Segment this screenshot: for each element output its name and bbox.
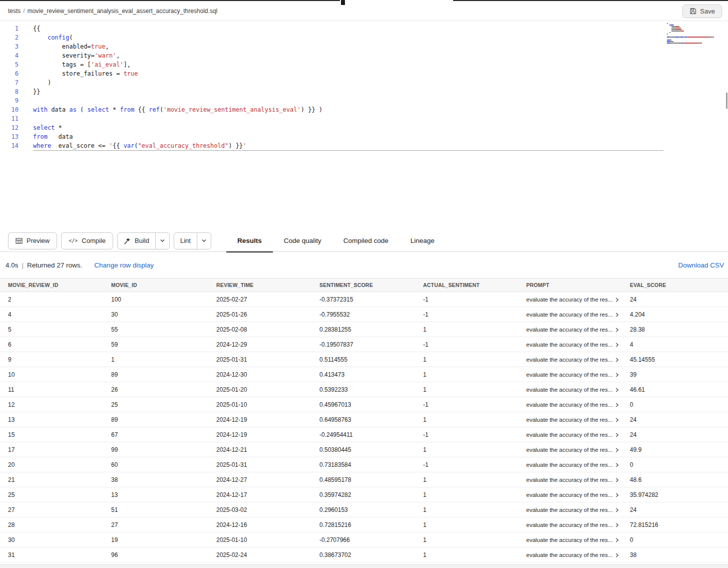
table-row[interactable]: 11262025-01-200.53922331evaluate the acc… (0, 382, 728, 397)
expand-prompt-icon[interactable] (615, 491, 619, 498)
code-line[interactable]: store_failures = true (33, 69, 728, 78)
code-line[interactable]: ) (33, 78, 728, 87)
expand-prompt-icon[interactable] (615, 386, 619, 393)
table-cell: 0.48595178 (311, 472, 415, 487)
action-toolbar: Preview </> Compile Build (0, 230, 728, 252)
toolbar-buttons: Preview </> Compile Build (8, 232, 211, 249)
tab-code-quality[interactable]: Code quality (273, 230, 332, 252)
line-number: 7 (0, 78, 19, 87)
code-line[interactable]: severity='warn', (33, 51, 728, 60)
table-row[interactable]: 17992024-12-210.503804451evaluate the ac… (0, 442, 728, 457)
results-tabs: ResultsCode qualityCompiled codeLineage (226, 230, 446, 252)
editor-scrollbar[interactable] (726, 93, 727, 109)
line-number: 1 (0, 24, 19, 33)
table-cell: 2024-12-16 (208, 517, 311, 532)
table-cell: 1 (415, 367, 518, 382)
table-row[interactable]: 12252025-01-100.45967013-1evaluate the a… (0, 397, 728, 412)
code-line[interactable]: enabled=true, (33, 42, 728, 51)
code-line[interactable] (33, 96, 728, 105)
code-line[interactable]: with data as ( select * from {{ ref('mov… (33, 105, 728, 114)
table-row[interactable]: 31962025-02-240.386737021evaluate the ac… (0, 547, 728, 562)
change-row-display-link[interactable]: Change row display (94, 261, 154, 269)
expand-prompt-icon[interactable] (615, 476, 619, 483)
column-header-sentiment_score: SENTIMENT_SCORE (311, 278, 415, 292)
editor-code[interactable]: {{ config( enabled=true, severity='warn'… (24, 21, 728, 230)
table-row[interactable]: 25132024-12-170.359742821evaluate the ac… (0, 487, 728, 502)
table-row[interactable]: 4302025-01-26-0.7955532-1evaluate the ac… (0, 307, 728, 322)
breadcrumb-folder[interactable]: tests (8, 8, 21, 15)
tab-lineage[interactable]: Lineage (400, 230, 446, 252)
table-cell: -0.37372315 (311, 292, 415, 307)
prompt-text: evaluate the accuracy of the res... (526, 297, 613, 303)
line-number: 14 (0, 141, 19, 150)
table-cell: 24 (622, 412, 728, 427)
code-editor[interactable]: 1234567891011121314 {{ config( enabled=t… (0, 21, 728, 230)
save-icon (689, 8, 696, 15)
expand-prompt-icon[interactable] (615, 356, 619, 363)
expand-prompt-icon[interactable] (615, 416, 619, 423)
expand-prompt-icon[interactable] (615, 536, 619, 543)
code-line[interactable]: select * (33, 123, 728, 132)
expand-prompt-icon[interactable] (615, 401, 619, 408)
code-line[interactable]: }} (33, 87, 728, 96)
table-row[interactable]: 28272024-12-160.728152161evaluate the ac… (0, 517, 728, 532)
build-dropdown-button[interactable] (155, 233, 169, 249)
table-row[interactable]: 21002025-02-27-0.37372315-1evaluate the … (0, 292, 728, 307)
expand-prompt-icon[interactable] (615, 311, 619, 318)
tab-compiled-code[interactable]: Compiled code (332, 230, 400, 252)
expand-prompt-icon[interactable] (615, 431, 619, 438)
table-cell: 2025-01-31 (208, 457, 311, 472)
expand-prompt-icon[interactable] (615, 521, 619, 528)
code-line[interactable]: where eval_score <= '{{ var("eval_accura… (33, 141, 728, 150)
lint-button[interactable]: Lint (174, 233, 197, 249)
table-row[interactable]: 15672024-12-19-0.24954411-1evaluate the … (0, 427, 728, 442)
table-cell: 24 (622, 502, 728, 517)
expand-prompt-icon[interactable] (615, 506, 619, 513)
table-cell: 2025-01-26 (208, 307, 311, 322)
table-row[interactable]: 21382024-12-270.485951781evaluate the ac… (0, 472, 728, 487)
expand-prompt-icon[interactable] (615, 326, 619, 333)
code-line[interactable]: config( (33, 33, 728, 42)
table-row[interactable]: 27512025-03-020.29601531evaluate the acc… (0, 502, 728, 517)
build-button[interactable]: Build (118, 233, 155, 249)
table-cell: 2024-12-30 (208, 367, 311, 382)
code-line[interactable]: {{ (33, 24, 728, 33)
lint-dropdown-button[interactable] (197, 233, 211, 249)
expand-prompt-icon[interactable] (615, 296, 619, 303)
table-cell: 1 (415, 547, 518, 562)
table-cell: 38 (103, 472, 208, 487)
expand-prompt-icon[interactable] (615, 341, 619, 348)
preview-button[interactable]: Preview (8, 232, 57, 249)
code-line[interactable]: from data (33, 132, 728, 141)
preview-button-label: Preview (27, 237, 50, 244)
editor-minimap[interactable] (667, 22, 723, 44)
column-header-eval_score: EVAL_SCORE (622, 278, 728, 292)
expand-prompt-icon[interactable] (615, 461, 619, 468)
line-number: 13 (0, 132, 19, 141)
table-row[interactable]: 30192025-01-10-0.27079661evaluate the ac… (0, 532, 728, 547)
table-row[interactable]: 13892024-12-190.649587631evaluate the ac… (0, 412, 728, 427)
tab-results[interactable]: Results (226, 230, 273, 252)
table-row[interactable]: 20602025-01-310.73183584-1evaluate the a… (0, 457, 728, 472)
table-row[interactable]: 6592024-12-29-0.19507837-1evaluate the a… (0, 337, 728, 352)
table-cell: -0.19507837 (311, 337, 415, 352)
download-csv-link[interactable]: Download CSV (678, 261, 724, 269)
table-cell: 31 (0, 547, 103, 562)
minimap-line (667, 37, 723, 38)
prompt-text: evaluate the accuracy of the res... (526, 492, 613, 498)
table-row[interactable]: 912025-01-310.51145551evaluate the accur… (0, 352, 728, 367)
save-button[interactable]: Save (682, 5, 722, 18)
expand-prompt-icon[interactable] (615, 551, 619, 558)
table-row[interactable]: 5552025-02-080.283812551evaluate the acc… (0, 322, 728, 337)
expand-prompt-icon[interactable] (615, 371, 619, 378)
code-line[interactable]: tags = ['ai_eval'], (33, 60, 728, 69)
code-line[interactable] (33, 114, 728, 123)
expand-prompt-icon[interactable] (615, 446, 619, 453)
table-row[interactable]: 10892024-12-300.4134731evaluate the accu… (0, 367, 728, 382)
tab-strip-divider-left (0, 0, 340, 1)
table-cell: 46.61 (622, 382, 728, 397)
table-cell: 2024-12-17 (208, 487, 311, 502)
compile-button[interactable]: </> Compile (61, 232, 113, 249)
prompt-text: evaluate the accuracy of the res... (526, 387, 613, 393)
prompt-text: evaluate the accuracy of the res... (526, 312, 613, 318)
